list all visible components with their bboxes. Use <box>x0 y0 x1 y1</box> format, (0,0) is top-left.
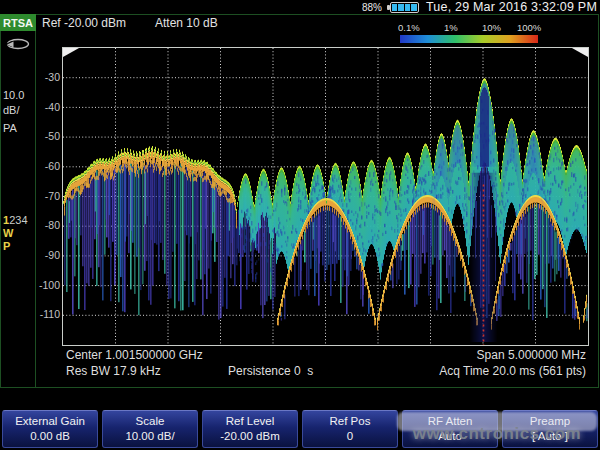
trace-4-indicator: 4 <box>21 214 27 226</box>
battery-icon <box>387 2 421 13</box>
density-legend: 0.1% 1% 10% 100% <box>398 22 540 46</box>
y-axis-label: -80 <box>34 219 60 231</box>
res-bw-readout[interactable]: Res BW 17.9 kHz <box>66 364 161 378</box>
softkey-rf-atten[interactable]: RF AttenAuto <box>402 410 498 448</box>
softkey-external-gain[interactable]: External Gain0.00 dB <box>2 410 98 448</box>
continuous-sweep-icon <box>4 37 32 51</box>
trace-p-indicator: P <box>3 240 28 253</box>
y-axis-label: -110 <box>34 308 60 320</box>
scale-indicator: 10.0 dB/ <box>3 88 24 118</box>
softkey-preamp[interactable]: Preamp[ Auto ] <box>502 410 598 448</box>
persistence-readout[interactable]: Persistence 0 s <box>228 364 313 378</box>
mode-badge[interactable]: RTSA <box>0 14 36 31</box>
y-axis-label: -50 <box>34 130 60 142</box>
density-legend-gradient <box>400 35 538 43</box>
left-sidebar: RTSA 10.0 dB/ PA 1234 W P <box>0 14 36 388</box>
scale-value: 10.0 <box>3 88 24 103</box>
atten-readout[interactable]: Atten 10 dB <box>155 16 218 30</box>
ref-level-readout[interactable]: Ref -20.00 dBm <box>42 16 126 30</box>
softkey-scale[interactable]: Scale10.00 dB/ <box>102 410 198 448</box>
span-readout[interactable]: Span 5.000000 MHz <box>477 348 586 362</box>
trace-write-indicator: W <box>3 227 28 240</box>
acq-time-readout: Acq Time 20.0 ms (561 pts) <box>439 364 586 378</box>
y-axis-label: -100 <box>34 279 60 291</box>
y-axis-label: -70 <box>34 190 60 202</box>
datetime-label: Tue, 29 Mar 2016 3:32:09 PM <box>426 0 597 14</box>
y-axis-label: -30 <box>34 71 60 83</box>
battery-body <box>390 2 419 13</box>
scale-unit: dB/ <box>3 103 24 118</box>
trace-status-indicator: 1234 W P <box>3 214 28 253</box>
status-bar: 88% Tue, 29 Mar 2016 3:32:09 PM <box>0 0 600 14</box>
center-freq-readout[interactable]: Center 1.001500000 GHz <box>66 348 203 362</box>
preamp-indicator: PA <box>3 122 17 134</box>
density-legend-labels: 0.1% 1% 10% 100% <box>398 22 540 34</box>
y-axis-label: -90 <box>34 249 60 261</box>
battery-percent: 88% <box>362 2 382 13</box>
y-axis-label: -40 <box>34 101 60 113</box>
analyzer-screen: 88% Tue, 29 Mar 2016 3:32:09 PM RTSA 10.… <box>0 0 600 450</box>
y-axis-label: -60 <box>34 160 60 172</box>
softkey-ref-pos[interactable]: Ref Pos0 <box>302 410 398 448</box>
persistence-spectrum-canvas <box>62 47 589 346</box>
softkey-ref-level[interactable]: Ref Level-20.00 dBm <box>202 410 298 448</box>
softkey-bar: External Gain0.00 dB Scale10.00 dB/ Ref … <box>0 410 600 448</box>
